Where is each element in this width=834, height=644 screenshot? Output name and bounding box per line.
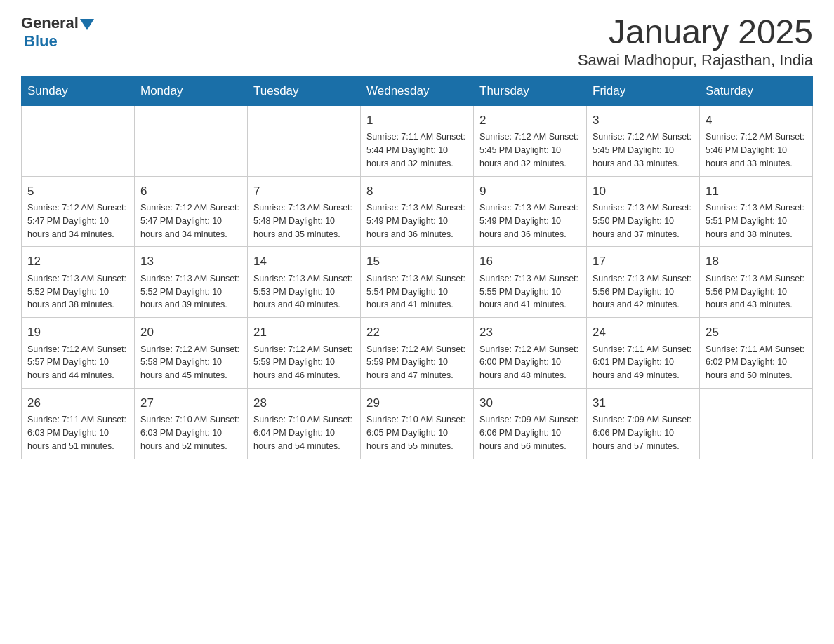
day-info: Sunrise: 7:12 AM Sunset: 5:57 PM Dayligh… [27, 343, 128, 382]
calendar-cell: 10Sunrise: 7:13 AM Sunset: 5:50 PM Dayli… [587, 176, 700, 247]
day-info: Sunrise: 7:12 AM Sunset: 5:59 PM Dayligh… [253, 343, 355, 382]
day-info: Sunrise: 7:13 AM Sunset: 5:52 PM Dayligh… [27, 272, 128, 311]
day-info: Sunrise: 7:11 AM Sunset: 6:01 PM Dayligh… [593, 343, 694, 382]
logo: General Blue [21, 14, 94, 51]
logo-blue: Blue [24, 32, 58, 51]
calendar-cell [248, 105, 361, 176]
calendar-cell: 29Sunrise: 7:10 AM Sunset: 6:05 PM Dayli… [361, 388, 474, 459]
calendar-cell: 15Sunrise: 7:13 AM Sunset: 5:54 PM Dayli… [361, 247, 474, 318]
day-info: Sunrise: 7:13 AM Sunset: 5:49 PM Dayligh… [479, 201, 581, 241]
day-info: Sunrise: 7:12 AM Sunset: 5:58 PM Dayligh… [140, 343, 241, 382]
day-info: Sunrise: 7:13 AM Sunset: 5:56 PM Dayligh… [706, 272, 807, 311]
calendar-cell: 21Sunrise: 7:12 AM Sunset: 5:59 PM Dayli… [248, 318, 361, 389]
day-number: 9 [479, 182, 581, 201]
day-info: Sunrise: 7:11 AM Sunset: 5:44 PM Dayligh… [366, 130, 468, 170]
calendar-cell: 2Sunrise: 7:12 AM Sunset: 5:45 PM Daylig… [474, 105, 587, 176]
day-number: 6 [140, 182, 241, 201]
calendar-cell: 27Sunrise: 7:10 AM Sunset: 6:03 PM Dayli… [135, 388, 248, 459]
day-number: 29 [366, 394, 468, 412]
day-info: Sunrise: 7:11 AM Sunset: 6:02 PM Dayligh… [706, 343, 807, 382]
calendar-cell: 13Sunrise: 7:13 AM Sunset: 5:52 PM Dayli… [135, 247, 248, 318]
day-number: 26 [27, 394, 128, 412]
calendar-cell: 7Sunrise: 7:13 AM Sunset: 5:48 PM Daylig… [248, 176, 361, 247]
day-of-week-header: Sunday [22, 76, 135, 105]
calendar-cell: 25Sunrise: 7:11 AM Sunset: 6:02 PM Dayli… [700, 318, 813, 389]
calendar-cell: 16Sunrise: 7:13 AM Sunset: 5:55 PM Dayli… [474, 247, 587, 318]
day-info: Sunrise: 7:13 AM Sunset: 5:51 PM Dayligh… [706, 201, 807, 241]
day-number: 22 [366, 323, 468, 342]
day-info: Sunrise: 7:11 AM Sunset: 6:03 PM Dayligh… [27, 413, 128, 452]
calendar-week-row: 12Sunrise: 7:13 AM Sunset: 5:52 PM Dayli… [22, 247, 813, 318]
calendar-title: January 2025 [578, 14, 813, 51]
day-number: 17 [593, 253, 694, 271]
day-info: Sunrise: 7:13 AM Sunset: 5:55 PM Dayligh… [479, 272, 581, 311]
day-number: 31 [593, 394, 694, 412]
day-number: 13 [140, 253, 241, 271]
day-number: 20 [140, 323, 241, 342]
calendar-cell: 20Sunrise: 7:12 AM Sunset: 5:58 PM Dayli… [135, 318, 248, 389]
day-of-week-header: Friday [587, 76, 700, 105]
day-number: 16 [479, 253, 581, 271]
calendar-cell: 22Sunrise: 7:12 AM Sunset: 5:59 PM Dayli… [361, 318, 474, 389]
day-info: Sunrise: 7:12 AM Sunset: 5:46 PM Dayligh… [706, 130, 807, 170]
day-number: 7 [253, 182, 355, 201]
calendar-cell: 24Sunrise: 7:11 AM Sunset: 6:01 PM Dayli… [587, 318, 700, 389]
day-info: Sunrise: 7:13 AM Sunset: 5:53 PM Dayligh… [253, 272, 355, 311]
calendar-cell: 31Sunrise: 7:09 AM Sunset: 6:06 PM Dayli… [587, 388, 700, 459]
day-info: Sunrise: 7:12 AM Sunset: 5:45 PM Dayligh… [593, 130, 694, 170]
day-number: 11 [706, 182, 807, 201]
day-info: Sunrise: 7:09 AM Sunset: 6:06 PM Dayligh… [593, 413, 694, 452]
calendar-cell: 14Sunrise: 7:13 AM Sunset: 5:53 PM Dayli… [248, 247, 361, 318]
calendar-subtitle: Sawai Madhopur, Rajasthan, India [578, 51, 813, 69]
day-number: 4 [706, 112, 807, 130]
day-info: Sunrise: 7:13 AM Sunset: 5:52 PM Dayligh… [140, 272, 241, 311]
day-number: 3 [593, 112, 694, 130]
calendar-week-row: 19Sunrise: 7:12 AM Sunset: 5:57 PM Dayli… [22, 318, 813, 389]
day-info: Sunrise: 7:12 AM Sunset: 5:47 PM Dayligh… [140, 201, 241, 241]
day-info: Sunrise: 7:13 AM Sunset: 5:50 PM Dayligh… [593, 201, 694, 241]
logo-triangle-icon [80, 19, 94, 30]
day-of-week-header: Saturday [700, 76, 813, 105]
calendar-cell: 26Sunrise: 7:11 AM Sunset: 6:03 PM Dayli… [22, 388, 135, 459]
day-info: Sunrise: 7:13 AM Sunset: 5:56 PM Dayligh… [593, 272, 694, 311]
day-of-week-header: Tuesday [248, 76, 361, 105]
calendar-cell: 30Sunrise: 7:09 AM Sunset: 6:06 PM Dayli… [474, 388, 587, 459]
day-info: Sunrise: 7:10 AM Sunset: 6:04 PM Dayligh… [253, 413, 355, 452]
day-number: 19 [27, 323, 128, 342]
day-info: Sunrise: 7:13 AM Sunset: 5:54 PM Dayligh… [366, 272, 468, 311]
calendar-cell: 23Sunrise: 7:12 AM Sunset: 6:00 PM Dayli… [474, 318, 587, 389]
day-number: 8 [366, 182, 468, 201]
calendar-cell: 4Sunrise: 7:12 AM Sunset: 5:46 PM Daylig… [700, 105, 813, 176]
day-of-week-header: Wednesday [361, 76, 474, 105]
calendar-cell: 6Sunrise: 7:12 AM Sunset: 5:47 PM Daylig… [135, 176, 248, 247]
day-header-row: SundayMondayTuesdayWednesdayThursdayFrid… [22, 76, 813, 105]
calendar-cell [700, 388, 813, 459]
day-number: 1 [366, 112, 468, 130]
day-number: 15 [366, 253, 468, 271]
day-number: 18 [706, 253, 807, 271]
calendar-cell: 17Sunrise: 7:13 AM Sunset: 5:56 PM Dayli… [587, 247, 700, 318]
calendar-cell: 9Sunrise: 7:13 AM Sunset: 5:49 PM Daylig… [474, 176, 587, 247]
day-info: Sunrise: 7:12 AM Sunset: 6:00 PM Dayligh… [479, 343, 581, 382]
day-of-week-header: Thursday [474, 76, 587, 105]
day-info: Sunrise: 7:10 AM Sunset: 6:05 PM Dayligh… [366, 413, 468, 452]
day-number: 27 [140, 394, 241, 412]
calendar-cell: 18Sunrise: 7:13 AM Sunset: 5:56 PM Dayli… [700, 247, 813, 318]
calendar-cell: 3Sunrise: 7:12 AM Sunset: 5:45 PM Daylig… [587, 105, 700, 176]
day-number: 21 [253, 323, 355, 342]
day-info: Sunrise: 7:12 AM Sunset: 5:47 PM Dayligh… [27, 201, 128, 241]
day-number: 24 [593, 323, 694, 342]
day-info: Sunrise: 7:12 AM Sunset: 5:59 PM Dayligh… [366, 343, 468, 382]
calendar-week-row: 26Sunrise: 7:11 AM Sunset: 6:03 PM Dayli… [22, 388, 813, 459]
day-number: 14 [253, 253, 355, 271]
title-area: January 2025 Sawai Madhopur, Rajasthan, … [578, 14, 813, 69]
calendar-week-row: 5Sunrise: 7:12 AM Sunset: 5:47 PM Daylig… [22, 176, 813, 247]
day-number: 23 [479, 323, 581, 342]
calendar-cell: 19Sunrise: 7:12 AM Sunset: 5:57 PM Dayli… [22, 318, 135, 389]
day-info: Sunrise: 7:10 AM Sunset: 6:03 PM Dayligh… [140, 413, 241, 452]
calendar-cell: 8Sunrise: 7:13 AM Sunset: 5:49 PM Daylig… [361, 176, 474, 247]
day-number: 25 [706, 323, 807, 342]
day-info: Sunrise: 7:12 AM Sunset: 5:45 PM Dayligh… [479, 130, 581, 170]
calendar-cell: 1Sunrise: 7:11 AM Sunset: 5:44 PM Daylig… [361, 105, 474, 176]
day-info: Sunrise: 7:13 AM Sunset: 5:48 PM Dayligh… [253, 201, 355, 241]
